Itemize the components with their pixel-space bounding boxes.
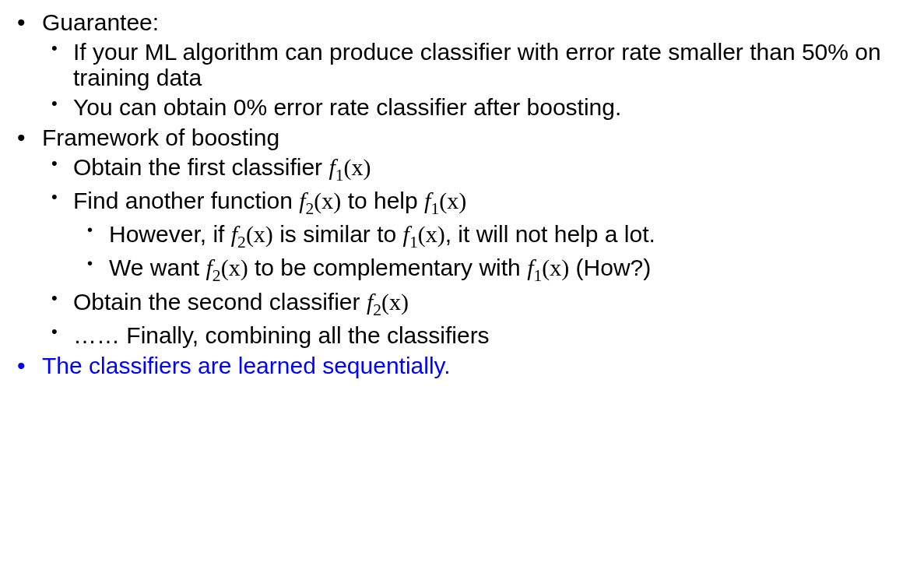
math-f2-d: f2(x) (367, 289, 409, 315)
framework-step1: Obtain the first classifier f1(x) (42, 154, 908, 185)
framework-sublist: Obtain the first classifier f1(x) Find a… (42, 154, 908, 348)
step2-sublist: However, if f2(x) is similar to f1(x), i… (73, 221, 908, 285)
framework-label: Framework of boosting (42, 125, 279, 150)
step1-text: Obtain the first classifier (73, 154, 328, 180)
step2-text-mid: to help (341, 188, 424, 213)
sub-a-mid: is similar to (273, 221, 403, 247)
sequential-text: The classifiers are learned sequentially… (42, 353, 451, 378)
sub-b-pre: We want (109, 255, 206, 280)
step3-text: Obtain the second classifier (73, 289, 367, 315)
bullet-list-level1: Guarantee: If your ML algorithm can prod… (16, 9, 908, 379)
item-framework: Framework of boosting Obtain the first c… (16, 125, 908, 348)
math-f1-b: f1(x) (424, 188, 466, 213)
guarantee-label: Guarantee: (42, 9, 159, 35)
math-f2-b: f2(x) (231, 221, 273, 247)
sub-b-post: (How?) (569, 255, 651, 280)
guarantee-point-2: You can obtain 0% error rate classifier … (42, 94, 908, 121)
math-f1-d: f1(x) (527, 255, 569, 280)
math-f2-a: f2(x) (299, 188, 341, 213)
step2-text-pre: Find another function (73, 188, 299, 213)
framework-step2: Find another function f2(x) to help f1(x… (42, 188, 908, 286)
item-guarantee: Guarantee: If your ML algorithm can prod… (16, 9, 908, 120)
math-f2-c: f2(x) (206, 255, 248, 280)
sub-a-pre: However, if (109, 221, 231, 247)
framework-step4: …… Finally, combining all the classifier… (42, 322, 908, 349)
math-f1-c: f1(x) (403, 221, 445, 247)
guarantee-sublist: If your ML algorithm can produce classif… (42, 39, 908, 121)
framework-step3: Obtain the second classifier f2(x) (42, 289, 908, 319)
item-sequential: The classifiers are learned sequentially… (16, 353, 908, 379)
step2-sub-b: We want f2(x) to be complementary with f… (73, 255, 908, 285)
sub-b-mid: to be complementary with (248, 255, 528, 280)
guarantee-point-1: If your ML algorithm can produce classif… (42, 39, 908, 91)
step2-sub-a: However, if f2(x) is similar to f1(x), i… (73, 221, 908, 251)
math-f1: f1(x) (328, 154, 371, 180)
sub-a-post: , it will not help a lot. (445, 221, 655, 247)
